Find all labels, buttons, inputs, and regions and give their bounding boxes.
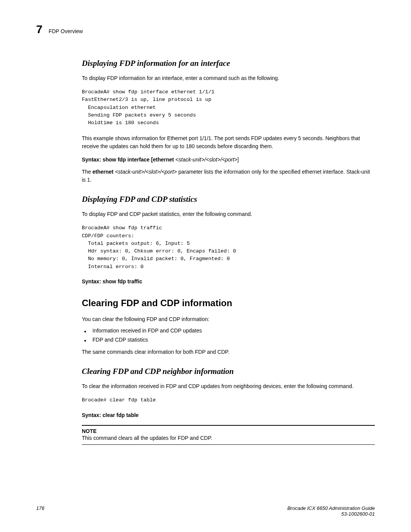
- section-heading-interface: Displaying FDP information for an interf…: [82, 59, 375, 68]
- param-ethernet: ethernet: [92, 169, 115, 175]
- note-block: NOTE This command clears all the updates…: [82, 425, 375, 445]
- note-text: This command clears all the updates for …: [82, 434, 375, 442]
- body-text: To display FDP and CDP packet statistics…: [82, 210, 375, 218]
- section-heading-neighbor: Clearing FDP and CDP neighbor informatio…: [82, 367, 375, 376]
- page-number: 176: [36, 505, 45, 517]
- syntax-label: Syntax:: [82, 278, 101, 284]
- syntax-line: Syntax: clear fdp table: [82, 412, 375, 418]
- body-text: This example shows information for Ether…: [82, 134, 375, 150]
- code-block: Brocade# clear fdp table: [82, 396, 375, 404]
- param-args: <stack-unit>/<slot>/<port>: [115, 169, 177, 175]
- doc-number: 53-1002600-01: [287, 511, 375, 517]
- syntax-label: Syntax:: [82, 157, 101, 163]
- list-item: Information received in FDP and CDP upda…: [82, 326, 375, 335]
- syntax-line: Syntax: show fdp traffic: [82, 278, 375, 284]
- chapter-number: 7: [36, 23, 43, 36]
- bullet-list: Information received in FDP and CDP upda…: [82, 326, 375, 345]
- syntax-command: show fdp traffic: [102, 278, 142, 284]
- section-heading-clearing: Clearing FDP and CDP information: [82, 298, 375, 308]
- page-header: 7 FDP Overview: [36, 23, 375, 36]
- body-text: The ethernet <stack-unit>/<slot>/<port> …: [82, 168, 375, 184]
- note-label: NOTE: [82, 428, 375, 434]
- syntax-command: clear fdp table: [102, 412, 139, 418]
- body-text: To clear the information received in FDP…: [82, 382, 375, 390]
- syntax-optional: [ethernet: [151, 157, 175, 163]
- page-footer: 176 Brocade ICX 6650 Administration Guid…: [36, 505, 375, 517]
- page-content: Displaying FDP information for an interf…: [36, 59, 375, 445]
- chapter-title: FDP Overview: [49, 28, 83, 34]
- syntax-line: Syntax: show fdp interface [ethernet <st…: [82, 157, 375, 163]
- body-text: The same commands clear information for …: [82, 348, 375, 356]
- body-text: To display FDP information for an interf…: [82, 74, 375, 82]
- guide-title: Brocade ICX 6650 Administration Guide: [287, 505, 375, 511]
- code-block: BrocadeA# show fdp interface ethernet 1/…: [82, 88, 375, 127]
- param-prefix: The: [82, 169, 92, 175]
- body-text: You can clear the following FDP and CDP …: [82, 315, 375, 323]
- footer-right: Brocade ICX 6650 Administration Guide 53…: [287, 505, 375, 517]
- code-block: BrocadeA# show fdp traffic CDP/FDP count…: [82, 224, 375, 271]
- syntax-label: Syntax:: [82, 412, 101, 418]
- syntax-params: <stack-unit>/<slot>/<port>: [175, 157, 237, 163]
- list-item: FDP and CDP statistics: [82, 335, 375, 345]
- section-heading-statistics: Displaying FDP and CDP statistics: [82, 195, 375, 204]
- syntax-command: show fdp interface: [102, 157, 150, 163]
- syntax-suffix: ]: [237, 157, 239, 163]
